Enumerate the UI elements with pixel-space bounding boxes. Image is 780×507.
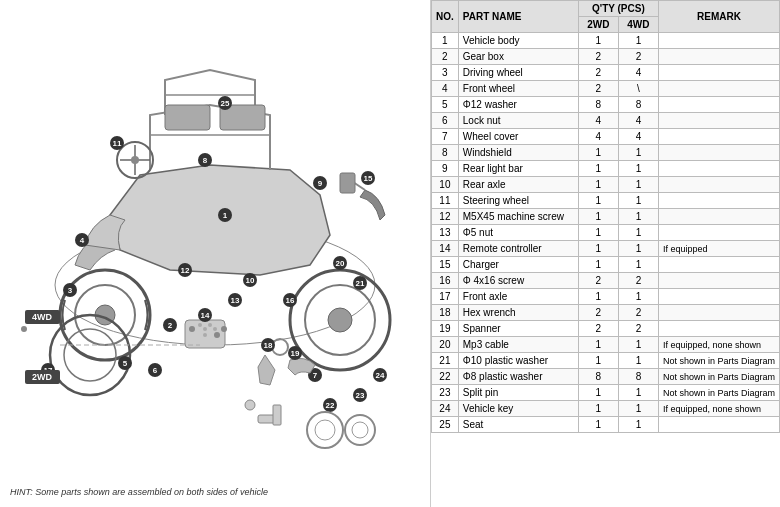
cell-qty-2wd: 1 bbox=[578, 225, 618, 241]
cell-qty-2wd: 1 bbox=[578, 385, 618, 401]
svg-text:22: 22 bbox=[326, 401, 335, 410]
table-row: 17Front axle11 bbox=[432, 289, 780, 305]
diagram-section: 1 2 3 4 5 6 bbox=[0, 0, 430, 507]
svg-text:3: 3 bbox=[68, 286, 73, 295]
svg-point-50 bbox=[213, 327, 217, 331]
svg-text:21: 21 bbox=[356, 279, 365, 288]
cell-remark: If equipped, none shown bbox=[658, 337, 779, 353]
svg-text:24: 24 bbox=[376, 371, 385, 380]
svg-point-51 bbox=[203, 333, 207, 337]
cell-qty-2wd: 2 bbox=[578, 305, 618, 321]
cell-qty-4wd: 1 bbox=[618, 289, 658, 305]
cell-remark: If equipped bbox=[658, 241, 779, 257]
cell-qty-2wd: 8 bbox=[578, 369, 618, 385]
cell-qty-4wd: 1 bbox=[618, 257, 658, 273]
cell-remark: Not shown in Parts Diagram bbox=[658, 353, 779, 369]
table-row: 5Φ12 washer88 bbox=[432, 97, 780, 113]
cell-part-name: Remote controller bbox=[458, 241, 578, 257]
cell-part-name: Φ8 plastic washer bbox=[458, 369, 578, 385]
cell-remark bbox=[658, 161, 779, 177]
col-header-4wd: 4WD bbox=[618, 17, 658, 33]
svg-rect-58 bbox=[340, 173, 355, 193]
cell-remark bbox=[658, 321, 779, 337]
cell-qty-4wd: \ bbox=[618, 81, 658, 97]
svg-text:8: 8 bbox=[203, 156, 208, 165]
cell-part-name: Mp3 cable bbox=[458, 337, 578, 353]
table-row: 13Φ5 nut11 bbox=[432, 225, 780, 241]
cell-no: 22 bbox=[432, 369, 459, 385]
cell-part-name: Hex wrench bbox=[458, 305, 578, 321]
cell-remark bbox=[658, 273, 779, 289]
cell-no: 10 bbox=[432, 177, 459, 193]
cell-no: 14 bbox=[432, 241, 459, 257]
svg-text:5: 5 bbox=[123, 359, 128, 368]
cell-qty-4wd: 1 bbox=[618, 145, 658, 161]
svg-text:18: 18 bbox=[264, 341, 273, 350]
parts-table: NO. PART NAME Q'TY (PCS) REMARK 2WD 4WD … bbox=[431, 0, 780, 433]
cell-remark: If equipped, none shown bbox=[658, 401, 779, 417]
cell-qty-4wd: 1 bbox=[618, 33, 658, 49]
main-container: 1 2 3 4 5 6 bbox=[0, 0, 780, 507]
cell-no: 21 bbox=[432, 353, 459, 369]
cell-part-name: Windshield bbox=[458, 145, 578, 161]
cell-qty-2wd: 4 bbox=[578, 129, 618, 145]
table-row: 7Wheel cover44 bbox=[432, 129, 780, 145]
cell-no: 12 bbox=[432, 209, 459, 225]
cell-qty-4wd: 2 bbox=[618, 321, 658, 337]
svg-text:13: 13 bbox=[231, 296, 240, 305]
cell-remark bbox=[658, 81, 779, 97]
cell-part-name: Gear box bbox=[458, 49, 578, 65]
cell-qty-4wd: 1 bbox=[618, 161, 658, 177]
cell-remark bbox=[658, 33, 779, 49]
svg-text:12: 12 bbox=[181, 266, 190, 275]
svg-text:15: 15 bbox=[364, 174, 373, 183]
table-row: 11Steering wheel11 bbox=[432, 193, 780, 209]
cell-remark bbox=[658, 209, 779, 225]
cell-remark: Not shown in Parts Diagram bbox=[658, 385, 779, 401]
cell-no: 7 bbox=[432, 129, 459, 145]
cell-qty-4wd: 8 bbox=[618, 369, 658, 385]
cell-qty-4wd: 1 bbox=[618, 385, 658, 401]
cell-part-name: Vehicle key bbox=[458, 401, 578, 417]
cell-no: 8 bbox=[432, 145, 459, 161]
parts-table-section: NO. PART NAME Q'TY (PCS) REMARK 2WD 4WD … bbox=[430, 0, 780, 507]
svg-point-46 bbox=[189, 326, 195, 332]
cell-qty-2wd: 1 bbox=[578, 33, 618, 49]
cell-no: 24 bbox=[432, 401, 459, 417]
atv-diagram-svg: 1 2 3 4 5 6 bbox=[10, 10, 420, 460]
cell-qty-4wd: 8 bbox=[618, 97, 658, 113]
cell-qty-2wd: 1 bbox=[578, 417, 618, 433]
cell-qty-4wd: 1 bbox=[618, 353, 658, 369]
cell-qty-2wd: 4 bbox=[578, 113, 618, 129]
cell-part-name: Φ10 plastic washer bbox=[458, 353, 578, 369]
table-row: 15Charger11 bbox=[432, 257, 780, 273]
table-row: 9Rear light bar11 bbox=[432, 161, 780, 177]
cell-qty-4wd: 1 bbox=[618, 193, 658, 209]
table-row: 8Windshield11 bbox=[432, 145, 780, 161]
cell-no: 20 bbox=[432, 337, 459, 353]
cell-part-name: Steering wheel bbox=[458, 193, 578, 209]
col-header-2wd: 2WD bbox=[578, 17, 618, 33]
hint-text: HINT: Some parts shown are assembled on … bbox=[10, 487, 268, 497]
table-row: 22Φ8 plastic washer88Not shown in Parts … bbox=[432, 369, 780, 385]
table-row: 3Driving wheel24 bbox=[432, 65, 780, 81]
svg-point-15 bbox=[328, 308, 352, 332]
cell-part-name: Split pin bbox=[458, 385, 578, 401]
cell-part-name: Seat bbox=[458, 417, 578, 433]
table-row: 10Rear axle11 bbox=[432, 177, 780, 193]
col-header-partname: PART NAME bbox=[458, 1, 578, 33]
svg-text:1: 1 bbox=[223, 211, 228, 220]
cell-part-name: Φ5 nut bbox=[458, 225, 578, 241]
cell-qty-4wd: 1 bbox=[618, 241, 658, 257]
cell-no: 2 bbox=[432, 49, 459, 65]
col-header-remark: REMARK bbox=[658, 1, 779, 33]
cell-remark bbox=[658, 129, 779, 145]
svg-point-47 bbox=[198, 323, 202, 327]
svg-rect-4 bbox=[165, 105, 210, 130]
cell-no: 1 bbox=[432, 33, 459, 49]
svg-point-49 bbox=[203, 327, 207, 331]
cell-qty-2wd: 1 bbox=[578, 353, 618, 369]
table-row: 19Spanner22 bbox=[432, 321, 780, 337]
svg-point-52 bbox=[214, 332, 220, 338]
table-row: 24Vehicle key11If equipped, none shown bbox=[432, 401, 780, 417]
